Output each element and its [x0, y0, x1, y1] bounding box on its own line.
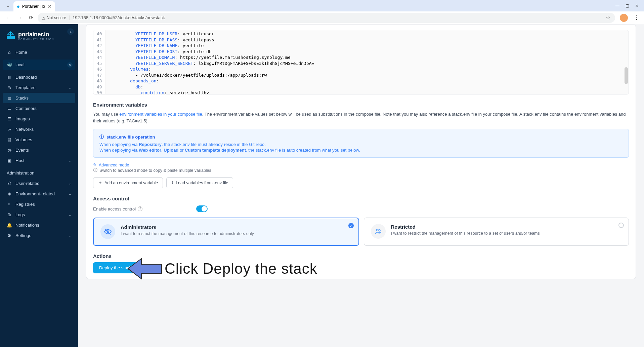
bookmark-star-icon[interactable]: ☆ — [606, 14, 610, 21]
sidebar-item-events[interactable]: ◷Events — [3, 145, 75, 155]
svg-rect-1 — [10, 32, 11, 36]
access-admin-desc: I want to restrict the management of thi… — [121, 231, 254, 236]
tab-title: Portainer | lo — [22, 4, 45, 9]
sidebar-item-notifications[interactable]: 🔔Notifications — [3, 220, 75, 230]
add-env-var-button[interactable]: ＋Add an environment variable — [93, 177, 163, 188]
sidebar-section-administration: Administration — [3, 166, 75, 178]
portainer-logo-icon — [6, 31, 15, 40]
deploy-stack-button[interactable]: Deploy the stack — [93, 262, 137, 273]
svg-point-4 — [376, 229, 378, 231]
url-bar[interactable]: △ Not secure 192.168.1.18:9000/#!/2/dock… — [38, 13, 615, 23]
svg-point-5 — [379, 230, 380, 231]
sidebar-item-containers[interactable]: ▭Containers — [3, 103, 75, 114]
access-admin-title: Administrators — [121, 224, 254, 230]
sidebar-item-user-related[interactable]: ⚇User-related⌄ — [3, 178, 75, 189]
nav-forward-icon[interactable]: → — [15, 13, 24, 23]
edit-icon: ✎ — [93, 162, 97, 167]
enable-access-control-label: Enable access control ? — [93, 206, 142, 211]
compose-editor[interactable]: 404142434445464748495051 YEETFILE_DB_USE… — [93, 30, 629, 94]
logo-text: portainer.io — [18, 31, 54, 38]
sidebar-item-registries[interactable]: ᯤRegistries — [3, 199, 75, 209]
env-vars-description: You may use environment variables in you… — [93, 111, 629, 124]
chevron-down-icon: ⌄ — [69, 234, 71, 237]
chevron-down-icon: ⌄ — [69, 159, 71, 162]
window-maximize-icon[interactable]: ▢ — [626, 3, 629, 8]
tab-close-icon[interactable]: ✕ — [48, 4, 52, 9]
sidebar-item-networks[interactable]: ∞Networks — [3, 124, 75, 134]
sidebar-item-home[interactable]: ⌂ Home — [3, 47, 75, 57]
access-restricted-desc: I want to restrict the management of thi… — [391, 231, 540, 236]
sidebar-environment-header[interactable]: 🐳 local ✕ — [3, 60, 75, 70]
actions-title: Actions — [93, 253, 629, 259]
enable-access-control-toggle[interactable] — [196, 205, 208, 212]
profile-avatar[interactable] — [620, 14, 628, 22]
editor-gutter: 404142434445464748495051 — [93, 30, 106, 94]
sidebar: « portainer.io COMMUNITY EDITION ⌂ Home … — [0, 24, 78, 347]
nav-back-icon[interactable]: ← — [3, 13, 13, 23]
info-small-icon: ⓘ — [93, 167, 97, 173]
sidebar-item-settings[interactable]: ⚙Settings⌄ — [3, 230, 75, 241]
eye-off-icon — [100, 224, 115, 239]
sidebar-item-logs[interactable]: 🗎Logs⌄ — [3, 209, 75, 220]
containers-icon: ▭ — [7, 106, 12, 111]
sidebar-item-stacks[interactable]: ≣Stacks — [3, 93, 75, 103]
tab-favicon-icon: ◆ — [17, 4, 19, 9]
check-icon: ✓ — [348, 223, 354, 228]
volumes-icon: ⌸ — [7, 137, 12, 142]
browser-tab[interactable]: ◆ Portainer | lo ✕ — [13, 1, 55, 11]
editor-scrollbar[interactable] — [625, 67, 628, 84]
window-close-icon[interactable]: ✕ — [635, 3, 639, 8]
warning-icon: △ — [42, 15, 45, 20]
env-mode-links: ✎Advanced mode ⓘSwitch to advanced mode … — [93, 162, 629, 173]
window-controls: — ▢ ✕ — [615, 3, 641, 8]
sidebar-item-volumes[interactable]: ⌸Volumes — [3, 134, 75, 145]
logo: portainer.io COMMUNITY EDITION — [3, 28, 75, 47]
main-content: 404142434445464748495051 YEETFILE_DB_USE… — [78, 24, 644, 347]
access-admin-choice[interactable]: Administrators I want to restrict the ma… — [93, 218, 359, 246]
sidebar-collapse-icon[interactable]: « — [67, 28, 74, 35]
browser-menu-icon[interactable]: ⋮ — [633, 14, 641, 21]
env-vars-title: Environment variables — [93, 102, 629, 108]
stack-env-info-box: ⓘstack.env file operation When deploying… — [93, 129, 629, 158]
stack-form-card: 404142434445464748495051 YEETFILE_DB_USE… — [86, 24, 636, 279]
env-close-icon[interactable]: ✕ — [67, 62, 73, 68]
stacks-icon: ≣ — [7, 95, 12, 101]
bell-icon: 🔔 — [7, 223, 12, 228]
images-icon: ☰ — [7, 116, 12, 121]
env-vars-doc-link[interactable]: environment variables in your compose fi… — [119, 112, 202, 117]
browser-navbar: ← → ⟳ △ Not secure 192.168.1.18:9000/#!/… — [0, 11, 644, 24]
sidebar-item-dashboard[interactable]: ▥Dashboard — [3, 72, 75, 82]
networks-icon: ∞ — [7, 127, 12, 132]
chevron-down-icon[interactable]: ⌄ — [3, 3, 13, 8]
sidebar-item-images[interactable]: ☰Images — [3, 114, 75, 124]
logs-icon: 🗎 — [7, 212, 12, 217]
svg-rect-0 — [7, 36, 15, 39]
chevron-down-icon: ⌄ — [69, 192, 71, 196]
chevron-down-icon: ⌄ — [69, 213, 71, 217]
info-icon: ⓘ — [99, 134, 104, 140]
upload-icon: ⤴ — [171, 181, 174, 185]
globe-icon: ⊕ — [7, 191, 12, 196]
editor-code[interactable]: YEETFILE_DB_USER: yeetfileuser YEETFILE_… — [106, 30, 318, 94]
chevron-down-icon: ⌄ — [69, 182, 71, 185]
load-env-file-button[interactable]: ⤴Load variables from .env file — [166, 177, 233, 188]
plus-icon: ＋ — [98, 180, 102, 186]
sidebar-item-templates[interactable]: ✎Templates⌄ — [3, 82, 75, 93]
url-text: 192.168.1.18:9000/#!/2/docker/stacks/new… — [73, 15, 165, 20]
sidebar-item-host[interactable]: ▣Host⌄ — [3, 155, 75, 166]
gear-icon: ⚙ — [7, 233, 12, 238]
access-restricted-title: Restricted — [391, 224, 540, 230]
host-icon: ▣ — [7, 158, 12, 163]
dashboard-icon: ▥ — [7, 75, 12, 80]
docker-icon: 🐳 — [7, 62, 12, 67]
window-minimize-icon[interactable]: — — [615, 3, 619, 8]
templates-icon: ✎ — [7, 85, 12, 90]
radio-unchecked-icon — [618, 223, 624, 228]
advanced-mode-link[interactable]: ✎Advanced mode — [93, 162, 629, 167]
help-icon[interactable]: ? — [138, 206, 142, 211]
sidebar-item-environment-related[interactable]: ⊕Environment-related⌄ — [3, 189, 75, 199]
access-restricted-choice[interactable]: Restricted I want to restrict the manage… — [364, 218, 629, 246]
users-icon: ⚇ — [7, 181, 12, 186]
security-chip[interactable]: △ Not secure — [42, 15, 70, 20]
nav-reload-icon[interactable]: ⟳ — [26, 13, 36, 23]
